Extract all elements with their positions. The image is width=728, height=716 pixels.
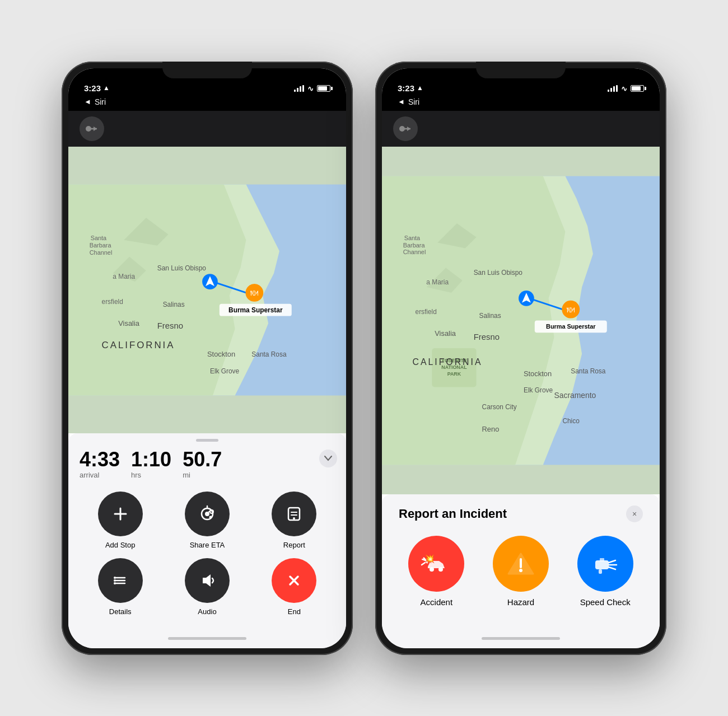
arrival-value: 4:33 — [80, 450, 120, 470]
duration-stat: 1:10 hrs — [131, 450, 171, 479]
home-indicator-1 — [68, 629, 346, 648]
audio-item[interactable]: Audio — [166, 558, 248, 616]
wifi-icon-2: ∿ — [621, 85, 627, 93]
distance-label: mi — [183, 471, 222, 479]
siri-label-2: Siri — [408, 97, 419, 106]
distance-stat: 50.7 mi — [183, 450, 222, 479]
svg-line-90 — [609, 567, 615, 569]
svg-text:PARK: PARK — [447, 371, 461, 376]
details-button[interactable] — [98, 558, 143, 603]
svg-point-77 — [430, 567, 434, 572]
map-area-2[interactable]: YOSEMITE NATIONAL PARK 🍽 Burma Superstar… — [382, 147, 660, 494]
svg-point-41 — [114, 582, 116, 584]
time-display-1: 3:23 — [84, 83, 101, 93]
details-label: Details — [109, 607, 132, 616]
speed-check-icon[interactable] — [577, 536, 633, 592]
svg-text:Elk Grove: Elk Grove — [524, 386, 553, 394]
status-icons-2: ∿ — [608, 85, 644, 93]
details-item[interactable]: Details — [80, 558, 161, 616]
report-title: Report an Incident — [399, 507, 507, 521]
siri-bar-1[interactable]: ◄ Siri — [68, 96, 346, 111]
svg-point-35 — [293, 517, 295, 520]
hazard-label: Hazard — [507, 597, 534, 607]
phone-incident: 3:23 ▲ ∿ ◄ Siri — [375, 62, 666, 655]
svg-text:🍽: 🍽 — [250, 288, 258, 297]
svg-point-40 — [114, 579, 116, 582]
svg-text:a Maria: a Maria — [426, 278, 449, 286]
report-label: Report — [283, 541, 305, 549]
svg-text:San Luis Obispo: San Luis Obispo — [474, 269, 523, 277]
svg-text:Santa Rosa: Santa Rosa — [251, 350, 287, 358]
speed-check-label: Speed Check — [580, 597, 631, 607]
location-icon-1: ▲ — [103, 84, 110, 92]
siri-bar-2[interactable]: ◄ Siri — [382, 96, 660, 111]
add-stop-item[interactable]: Add Stop — [80, 492, 161, 549]
accident-item[interactable]: 💥 Accident — [399, 536, 474, 607]
svg-text:Stockton: Stockton — [524, 369, 552, 377]
report-item[interactable]: Report — [254, 492, 335, 549]
nav-header-2 — [382, 111, 660, 147]
audio-button[interactable] — [185, 558, 230, 603]
svg-text:Visalia: Visalia — [118, 319, 140, 327]
svg-text:Burma Superstar: Burma Superstar — [228, 306, 283, 313]
report-button[interactable] — [272, 492, 316, 536]
svg-text:💥: 💥 — [424, 553, 435, 564]
svg-point-85 — [519, 569, 522, 572]
end-button[interactable] — [272, 558, 316, 603]
end-item[interactable]: End — [254, 558, 335, 616]
audio-label: Audio — [198, 607, 216, 616]
status-icons-1: ∿ — [294, 85, 330, 93]
arrival-stat: 4:33 arrival — [80, 450, 120, 479]
status-time-1: 3:23 ▲ — [84, 83, 110, 93]
map-area-1[interactable]: 🍽 Burma Superstar Santa Barbara Channel … — [68, 147, 346, 433]
svg-marker-42 — [203, 574, 211, 587]
svg-text:Barbara: Barbara — [90, 241, 112, 248]
svg-text:Sacramento: Sacramento — [554, 391, 596, 400]
svg-point-39 — [114, 577, 116, 579]
report-panel: Report an Incident × — [382, 494, 660, 629]
status-time-2: 3:23 ▲ — [398, 83, 423, 93]
expand-button[interactable] — [319, 450, 337, 467]
hazard-item[interactable]: Hazard — [483, 536, 559, 607]
share-eta-item[interactable]: Share ETA — [166, 492, 248, 549]
nav-back-button-2[interactable] — [393, 116, 418, 141]
nav-info: 4:33 arrival 1:10 hrs 50.7 mi — [68, 442, 346, 486]
svg-marker-2 — [94, 127, 97, 131]
home-indicator-2 — [382, 629, 660, 648]
svg-text:Salinas: Salinas — [163, 300, 185, 308]
svg-rect-86 — [595, 560, 609, 569]
end-label: End — [288, 607, 301, 616]
svg-text:Channel: Channel — [90, 249, 113, 255]
svg-text:Visalia: Visalia — [435, 329, 456, 338]
svg-text:Carson City: Carson City — [482, 403, 517, 411]
svg-text:Santa: Santa — [91, 234, 107, 241]
svg-text:a Maria: a Maria — [113, 273, 135, 280]
svg-marker-47 — [407, 127, 410, 131]
svg-text:🍽: 🍽 — [567, 305, 575, 313]
nav-back-button-1[interactable] — [80, 116, 104, 141]
svg-text:ersfield: ersfield — [102, 297, 123, 305]
battery-icon-2 — [631, 85, 644, 92]
speed-check-item[interactable]: Speed Check — [567, 536, 643, 607]
notch — [162, 62, 252, 78]
share-eta-button[interactable] — [185, 492, 230, 536]
svg-text:Reno: Reno — [482, 424, 500, 433]
bottom-panel-1: 4:33 arrival 1:10 hrs 50.7 mi — [68, 433, 346, 629]
svg-text:CALIFORNIA: CALIFORNIA — [413, 357, 483, 366]
accident-icon[interactable]: 💥 — [408, 536, 464, 592]
svg-text:Santa Rosa: Santa Rosa — [571, 367, 606, 375]
distance-value: 50.7 — [183, 450, 222, 470]
hazard-icon[interactable] — [493, 536, 549, 592]
svg-line-88 — [609, 560, 615, 563]
svg-text:San Luis Obispo: San Luis Obispo — [157, 264, 207, 272]
add-stop-button[interactable] — [98, 492, 143, 536]
siri-back-arrow-2: ◄ — [398, 97, 405, 106]
time-display-2: 3:23 — [398, 83, 414, 93]
svg-point-31 — [209, 516, 212, 518]
close-icon: × — [632, 509, 637, 518]
report-header: Report an Incident × — [399, 506, 643, 522]
close-button[interactable]: × — [626, 506, 643, 522]
svg-text:Chico: Chico — [562, 417, 580, 425]
svg-text:Salinas: Salinas — [479, 311, 501, 319]
phone-navigation: 3:23 ▲ ∿ ◄ Siri — [62, 62, 353, 655]
